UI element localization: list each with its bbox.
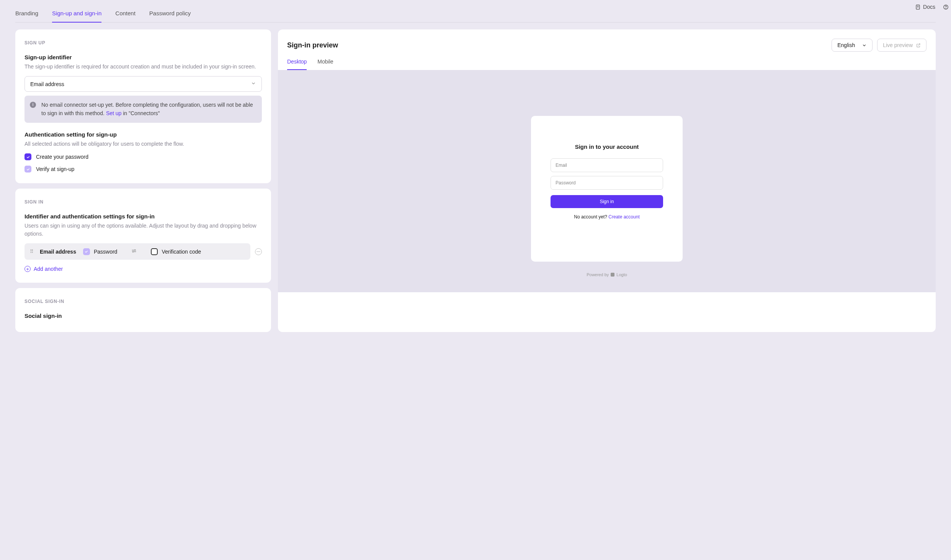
- signup-identifier-value: Email address: [30, 81, 64, 87]
- preview-email-input[interactable]: Email: [551, 158, 663, 172]
- doc-icon: [915, 4, 921, 10]
- signup-identifier-title: Sign-up identifier: [25, 54, 262, 60]
- sign-up-card: Sign up Sign-up identifier The sign-up i…: [15, 29, 271, 183]
- help-icon: [943, 4, 949, 10]
- signup-identifier-select[interactable]: Email address: [25, 76, 262, 92]
- external-link-icon: [916, 43, 921, 48]
- signin-settings-desc: Users can sign in using any of the optio…: [25, 222, 262, 238]
- create-password-label: Create your password: [36, 154, 88, 160]
- tab-password-policy[interactable]: Password policy: [149, 7, 191, 23]
- auth-setting-title: Authentication setting for sign-up: [25, 131, 262, 138]
- create-password-row[interactable]: Create your password: [25, 153, 262, 160]
- social-signin-title: Social sign-in: [25, 313, 262, 319]
- signin-settings-title: Identifier and authentication settings f…: [25, 213, 262, 220]
- tab-content[interactable]: Content: [115, 7, 136, 23]
- docs-label: Docs: [923, 4, 935, 10]
- verification-code-checkbox[interactable]: [151, 248, 158, 255]
- docs-link[interactable]: Docs: [915, 4, 935, 10]
- check-icon: [84, 249, 88, 254]
- alert-text-post: in "Connectors": [121, 110, 160, 116]
- alert-setup-link[interactable]: Set up: [106, 110, 121, 116]
- create-password-checkbox[interactable]: [25, 153, 31, 160]
- language-value: English: [837, 42, 855, 48]
- signin-identifier-label: Email address: [40, 249, 76, 255]
- preview-title: Sign-in preview: [287, 41, 338, 49]
- check-icon: [26, 155, 30, 159]
- signin-verification-option[interactable]: Verification code: [151, 248, 201, 255]
- tab-branding[interactable]: Branding: [15, 7, 38, 23]
- signin-box-title: Sign in to your account: [575, 143, 639, 150]
- signin-password-option[interactable]: Password: [83, 248, 117, 255]
- svg-point-4: [946, 8, 946, 8]
- preview-tabs: Desktop Mobile: [278, 52, 936, 70]
- chevron-down-icon: [862, 43, 867, 48]
- signup-identifier-desc: The sign-up identifier is required for a…: [25, 63, 262, 71]
- verify-signup-label: Verify at sign-up: [36, 166, 74, 172]
- chevron-down-icon: [251, 81, 256, 87]
- drag-handle-icon[interactable]: ⠿: [30, 249, 33, 254]
- signin-preview-box: Sign in to your account Email Password S…: [531, 116, 683, 262]
- verification-code-label: Verification code: [162, 249, 201, 255]
- preview-signin-button[interactable]: Sign in: [551, 195, 663, 208]
- create-account-link[interactable]: Create account: [608, 214, 639, 220]
- verify-signup-row[interactable]: Verify at sign-up: [25, 166, 262, 173]
- plus-icon: +: [25, 266, 31, 272]
- brand-name: Logto: [616, 272, 627, 277]
- preview-tab-mobile[interactable]: Mobile: [317, 59, 333, 70]
- preview-password-input[interactable]: Password: [551, 176, 663, 190]
- social-signin-card: Social sign-in Social sign-in: [15, 288, 271, 332]
- info-icon: i: [30, 102, 36, 108]
- live-preview-label: Live preview: [883, 42, 913, 48]
- social-section-label: Social sign-in: [25, 299, 262, 304]
- email-connector-alert: i No email connector set-up yet. Before …: [25, 96, 262, 123]
- language-select[interactable]: English: [832, 39, 873, 52]
- no-account-text: No account yet?: [574, 214, 608, 220]
- powered-by: Powered by Logto: [587, 272, 627, 277]
- sign-in-section-label: Sign in: [25, 199, 262, 205]
- tab-signup-signin[interactable]: Sign-up and sign-in: [52, 7, 101, 23]
- preview-stage: Sign in to your account Email Password S…: [278, 70, 936, 292]
- preview-panel: Sign-in preview English Live preview De: [278, 29, 936, 332]
- add-another-button[interactable]: + Add another: [25, 266, 262, 272]
- remove-method-button[interactable]: [255, 248, 262, 255]
- preview-tab-desktop[interactable]: Desktop: [287, 59, 307, 70]
- help-button[interactable]: [943, 4, 949, 10]
- sign-in-card: Sign in Identifier and authentication se…: [15, 189, 271, 283]
- password-option-label: Password: [94, 249, 117, 255]
- check-icon: [26, 167, 30, 171]
- verify-signup-checkbox[interactable]: [25, 166, 31, 173]
- swap-icon[interactable]: [131, 248, 137, 255]
- password-checkbox[interactable]: [83, 248, 90, 255]
- main-tabs: Branding Sign-up and sign-in Content Pas…: [15, 0, 936, 23]
- add-another-label: Add another: [34, 266, 63, 272]
- live-preview-button[interactable]: Live preview: [877, 39, 926, 52]
- preview-footer: No account yet? Create account: [574, 214, 639, 220]
- powered-by-text: Powered by: [587, 272, 609, 277]
- sign-up-section-label: Sign up: [25, 40, 262, 46]
- signin-method-row[interactable]: ⠿ Email address Password: [25, 243, 250, 260]
- auth-setting-desc: All selected actions will be obligatory …: [25, 140, 262, 148]
- logo-icon: [611, 273, 614, 277]
